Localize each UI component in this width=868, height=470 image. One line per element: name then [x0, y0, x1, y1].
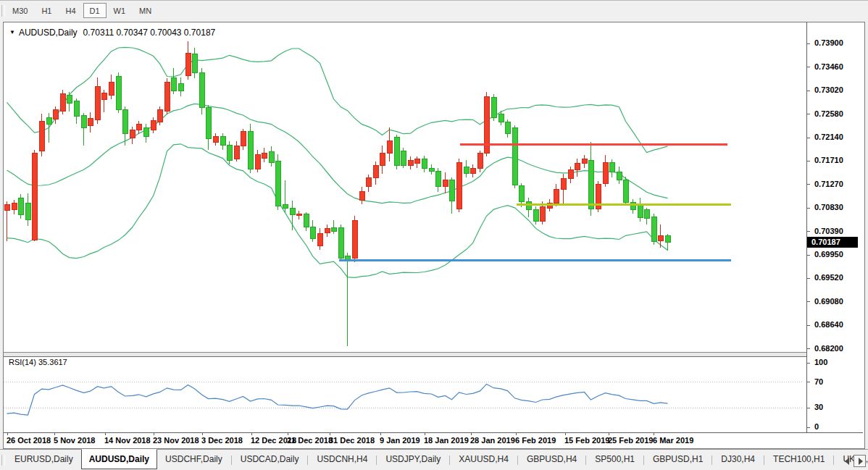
tab-separator — [643, 456, 644, 465]
symbol-tab-dj30-h4[interactable]: DJ30,H4 — [713, 450, 763, 469]
date-axis-tick — [288, 433, 288, 435]
date-axis-label: 18 Jan 2019 — [424, 436, 469, 445]
tab-separator — [307, 456, 308, 465]
symbol-tab-gbpusd-h4[interactable]: GBPUSD,H4 — [519, 450, 585, 469]
rsi-indicator-label: RSI(14) 35.3617 — [9, 358, 67, 366]
date-axis-tick — [425, 433, 425, 435]
symbol-tab-sp500-h1[interactable]: SP500,H1 — [587, 450, 643, 469]
price-axis-label: 0.70830 — [814, 203, 843, 211]
rsi-axis-label: 30 — [814, 403, 823, 411]
tab-separator — [517, 456, 518, 465]
price-axis-label: 0.73020 — [814, 85, 843, 94]
symbol-tab-bar: EURUSD,DailyAUDUSD,DailyUSDCHF,DailyUSDC… — [0, 449, 868, 470]
date-axis-label: 31 Dec 2018 — [329, 436, 375, 445]
price-axis-label: 0.70390 — [814, 227, 843, 235]
date-axis-label: 6 Mar 2019 — [653, 436, 693, 445]
price-axis-tick — [807, 91, 810, 91]
price-axis-label: 0.71710 — [814, 156, 843, 164]
date-axis-label: 3 Dec 2018 — [201, 436, 243, 445]
symbol-tab-xauusd-h4[interactable]: XAUUSD,H4 — [451, 450, 517, 469]
symbol-tab-eurusd-daily[interactable]: EURUSD,Daily — [7, 450, 81, 469]
current-price-tag: 0.70187 — [807, 237, 858, 248]
timeframe-button-h4[interactable]: H4 — [59, 3, 82, 18]
date-axis-label: 6 Feb 2019 — [515, 436, 556, 445]
price-axis-tick — [807, 138, 810, 138]
date-axis-label: 21 Dec 2018 — [287, 436, 333, 445]
date-axis-label: 26 Oct 2018 — [7, 436, 51, 445]
pane-splitter[interactable] — [4, 352, 863, 357]
rsi-axis-tick — [807, 427, 810, 428]
date-axis-tick — [330, 433, 330, 435]
date-axis-label: 25 Feb 2019 — [608, 436, 653, 445]
timeframe-button-w1[interactable]: W1 — [107, 3, 133, 18]
rsi-axis-label: 100 — [814, 358, 827, 366]
symbol-tab-usdcnh-h4[interactable]: USDCNH,H4 — [309, 450, 375, 469]
price-axis-tick — [807, 231, 810, 232]
date-axis[interactable]: 26 Oct 20185 Nov 201814 Nov 201823 Nov 2… — [4, 432, 863, 448]
price-axis-label: 0.73460 — [814, 62, 843, 71]
date-axis-tick — [154, 433, 154, 435]
symbol-tab-gbpusd-h1[interactable]: GBPUSD,H1 — [645, 450, 711, 469]
timeframe-toolbar: M30H1H4D1W1MN — [0, 0, 868, 22]
symbol-tab-audusd-daily[interactable]: AUDUSD,Daily — [81, 449, 157, 469]
date-axis-label: 15 Feb 2019 — [564, 436, 609, 445]
chart-symbol-label: AUDUSD,Daily — [19, 28, 78, 38]
price-axis-label: 0.72580 — [814, 109, 843, 118]
date-axis-label: 23 Nov 2018 — [153, 436, 199, 445]
price-axis-label: 0.73900 — [814, 38, 843, 47]
date-axis-label: 5 Nov 2018 — [54, 436, 95, 445]
date-axis-tick — [105, 433, 106, 435]
price-axis-tick — [807, 67, 810, 67]
tab-separator — [833, 456, 834, 465]
symbol-tab-tech100-h1[interactable]: TECH100,H1 — [765, 450, 832, 469]
tab-separator — [376, 456, 377, 465]
price-axis-tick — [807, 43, 810, 44]
price-axis-label: 0.71270 — [814, 180, 843, 188]
timeframe-button-h1[interactable]: H1 — [35, 3, 58, 18]
price-axis-tick — [807, 255, 810, 256]
rsi-axis-label: 70 — [814, 377, 823, 386]
rsi-axis-tick — [807, 363, 810, 364]
timeframe-buttons: M30H1H4D1W1MN — [6, 3, 159, 18]
symbol-tab-usdjpy-daily[interactable]: USDJPY,Daily — [377, 450, 448, 469]
price-axis-tick — [807, 114, 810, 114]
tab-bar-grip[interactable] — [1, 455, 5, 466]
chart-menu-icon[interactable]: ▼ — [9, 29, 15, 35]
price-axis-tick — [807, 348, 810, 349]
price-axis-label: 0.69080 — [814, 297, 843, 306]
price-axis-label: 0.68200 — [814, 344, 843, 353]
timeframe-button-mn[interactable]: MN — [133, 3, 158, 18]
rsi-value: 35.3617 — [38, 358, 67, 366]
symbol-tab-usdchf-daily[interactable]: USDCHF,Daily — [157, 450, 230, 469]
price-axis-label: 0.69520 — [814, 273, 843, 282]
date-axis-tick — [609, 433, 609, 435]
tab-scroll-left-icon[interactable] — [845, 458, 849, 465]
date-axis-tick — [7, 433, 8, 435]
price-chart-canvas[interactable] — [4, 22, 863, 432]
chart-title: ▼AUDUSD,Daily0.70311 0.70347 0.70043 0.7… — [9, 28, 215, 38]
tab-separator — [449, 456, 450, 465]
date-axis-label: 28 Jan 2019 — [470, 436, 515, 445]
date-axis-tick — [54, 433, 55, 435]
price-axis-label: 0.69950 — [814, 250, 843, 259]
symbol-tab-usdcad-daily[interactable]: USDCAD,Daily — [233, 450, 307, 469]
tab-scroll-right-icon — [859, 458, 863, 465]
trading-platform-window: M30H1H4D1W1MN ▼AUDUSD,Daily0.70311 0.703… — [0, 0, 868, 470]
toolbar-grip[interactable] — [1, 5, 5, 17]
date-axis-tick — [654, 433, 654, 435]
price-axis-tick — [807, 278, 810, 279]
price-axis[interactable]: 0.70187 0.739000.734600.730200.725800.72… — [806, 22, 864, 432]
tab-scroll-controls — [845, 454, 866, 467]
timeframe-button-d1[interactable]: D1 — [83, 3, 107, 18]
date-axis-tick — [251, 433, 252, 435]
price-axis-tick — [807, 325, 810, 326]
tab-scroll-right-button[interactable] — [854, 455, 866, 467]
chart-window: ▼AUDUSD,Daily0.70311 0.70347 0.70043 0.7… — [3, 22, 865, 449]
price-axis-tick — [807, 208, 810, 209]
price-axis-label: 0.72140 — [814, 133, 843, 141]
timeframe-button-m30[interactable]: M30 — [6, 3, 34, 18]
chart-ohlc-values: 0.70311 0.70347 0.70043 0.70187 — [83, 28, 216, 38]
price-axis-label: 0.68640 — [814, 320, 843, 329]
tab-separator — [231, 456, 232, 465]
symbol-tabs: EURUSD,DailyAUDUSD,DailyUSDCHF,DailyUSDC… — [7, 450, 868, 470]
